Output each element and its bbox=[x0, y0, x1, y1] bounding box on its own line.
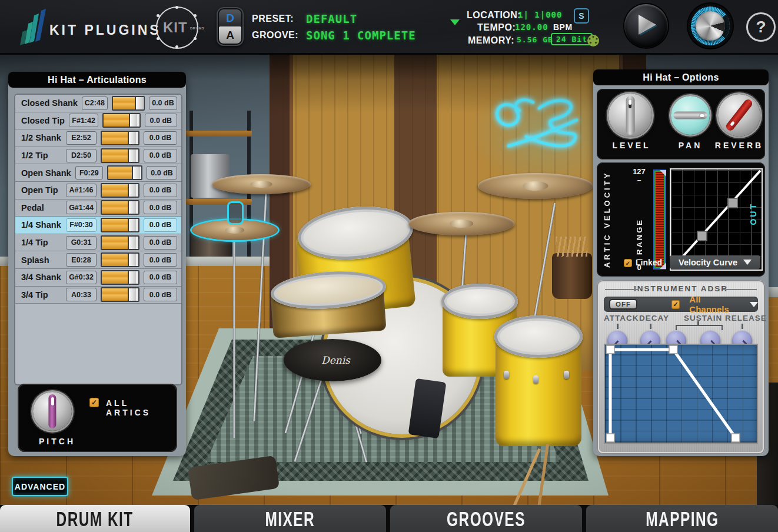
slider-handle[interactable] bbox=[128, 288, 136, 301]
pitch-knob[interactable] bbox=[33, 392, 72, 431]
articulation-note-box[interactable]: A#1:46 bbox=[66, 184, 97, 197]
slider-handle[interactable] bbox=[129, 114, 137, 127]
articulation-note-box[interactable]: D2:50 bbox=[66, 149, 97, 162]
pan-knob[interactable] bbox=[671, 96, 710, 135]
articulation-row[interactable]: Closed TipF#1:420.0 dB bbox=[15, 112, 181, 130]
slider-handle[interactable] bbox=[128, 254, 136, 266]
linked-checkbox[interactable]: ✓ bbox=[624, 259, 632, 267]
articulation-level-slider[interactable] bbox=[101, 287, 139, 302]
articulation-level-slider[interactable] bbox=[101, 148, 139, 163]
crash-cymbal-right[interactable] bbox=[408, 212, 514, 235]
tempo-value[interactable]: 120.00 bbox=[515, 22, 548, 32]
location-dropdown-arrow[interactable] bbox=[450, 19, 460, 25]
articulation-level-slider[interactable] bbox=[107, 165, 142, 180]
reverb-knob[interactable] bbox=[718, 94, 760, 137]
articulation-row[interactable]: 3/4 ShankG#0:320.0 dB bbox=[15, 269, 181, 287]
articulation-note-box[interactable]: A0:33 bbox=[66, 288, 97, 301]
articulation-level-slider[interactable] bbox=[101, 252, 139, 267]
tab-mixer[interactable]: MIXER bbox=[194, 505, 386, 532]
slider-handle[interactable] bbox=[128, 149, 136, 162]
articulation-level-slider[interactable] bbox=[112, 96, 145, 111]
articulation-row[interactable]: Closed ShankC2:480.0 dB bbox=[15, 95, 181, 112]
articulation-note-box[interactable]: E0:28 bbox=[66, 253, 97, 267]
articulation-row[interactable]: Open ShankF0:290.0 dB bbox=[15, 164, 181, 182]
articulation-row[interactable]: 1/2 TipD2:500.0 dB bbox=[15, 147, 181, 165]
level-knob[interactable] bbox=[609, 94, 652, 137]
tab-grooves[interactable]: GROOVES bbox=[390, 505, 582, 532]
articulation-db-box[interactable]: 0.0 dB bbox=[144, 288, 177, 301]
articulation-level-slider[interactable] bbox=[101, 218, 139, 232]
groove-value[interactable]: SONG 1 COMPLETE bbox=[306, 29, 416, 42]
slider-handle[interactable] bbox=[128, 237, 136, 249]
articulation-note-box[interactable]: G#0:32 bbox=[66, 271, 97, 284]
articulation-row[interactable]: 1/4 ShankF#0:300.0 dB bbox=[15, 217, 181, 234]
mid-tom-head[interactable] bbox=[441, 284, 518, 319]
ride-cymbal[interactable] bbox=[478, 173, 593, 199]
articulation-row[interactable]: 1/2 ShankE2:520.0 dB bbox=[15, 129, 181, 147]
da-toggle-a[interactable]: A bbox=[219, 26, 241, 44]
slider-handle[interactable] bbox=[128, 132, 136, 144]
articulation-db-box[interactable]: 0.0 dB bbox=[145, 114, 177, 127]
slider-handle[interactable] bbox=[128, 201, 136, 214]
articulation-level-slider[interactable] bbox=[101, 183, 139, 198]
articulation-db-box[interactable]: 0.0 dB bbox=[149, 97, 177, 110]
articulation-note-box[interactable]: F0:29 bbox=[75, 166, 103, 179]
articulation-note-box[interactable]: C2:48 bbox=[82, 97, 108, 110]
articulation-row[interactable]: Open TipA#1:460.0 dB bbox=[15, 182, 181, 200]
velocity-range-meter[interactable] bbox=[653, 169, 666, 270]
articulation-db-box[interactable]: 0.0 dB bbox=[147, 166, 177, 179]
articulation-level-slider[interactable] bbox=[102, 113, 140, 128]
range-top-handle[interactable] bbox=[660, 170, 666, 177]
articulation-db-box[interactable]: 0.0 dB bbox=[144, 236, 177, 250]
all-channels-checkbox[interactable]: ✓ bbox=[671, 300, 680, 309]
slider-handle[interactable] bbox=[132, 167, 140, 179]
articulation-level-slider[interactable] bbox=[101, 200, 139, 215]
master-volume-knob[interactable] bbox=[688, 4, 733, 48]
articulation-row[interactable]: PedalG#1:440.0 dB bbox=[15, 200, 181, 217]
tab-mapping[interactable]: MAPPING bbox=[586, 505, 778, 532]
slider-handle[interactable] bbox=[135, 97, 143, 109]
slider-fill bbox=[102, 288, 128, 301]
adsr-envelope-graph[interactable] bbox=[605, 345, 757, 443]
articulation-level-slider[interactable] bbox=[101, 131, 139, 145]
curve-handle-low[interactable] bbox=[697, 231, 707, 241]
articulation-note-box[interactable]: G#1:44 bbox=[66, 201, 97, 214]
all-artics-checkbox[interactable]: ✓ bbox=[89, 398, 99, 407]
articulation-row[interactable]: SplashE0:280.0 dB bbox=[15, 251, 181, 269]
articulation-db-box[interactable]: 0.0 dB bbox=[144, 271, 177, 284]
articulation-row[interactable]: 1/4 TipG0:310.0 dB bbox=[15, 234, 181, 252]
slider-handle[interactable] bbox=[128, 184, 136, 197]
da-toggle[interactable]: D A bbox=[217, 7, 244, 46]
articulation-db-box[interactable]: 0.0 dB bbox=[144, 253, 177, 267]
velocity-curve-dropdown[interactable]: Velocity Curve bbox=[670, 255, 760, 269]
articulation-name: Splash bbox=[21, 255, 62, 265]
articulation-level-slider[interactable] bbox=[101, 270, 139, 285]
slider-fill bbox=[102, 237, 128, 249]
curve-handle-high[interactable] bbox=[727, 198, 738, 208]
slider-handle[interactable] bbox=[128, 219, 136, 231]
articulation-row[interactable]: 3/4 TipA0:330.0 dB bbox=[15, 287, 181, 304]
floor-tom-head[interactable] bbox=[494, 315, 583, 358]
help-button[interactable]: ? bbox=[746, 12, 776, 42]
articulation-db-box[interactable]: 0.0 dB bbox=[144, 184, 177, 197]
chevron-down-icon[interactable] bbox=[750, 302, 758, 307]
advanced-button[interactable]: ADVANCED bbox=[12, 477, 68, 496]
articulation-note-box[interactable]: E2:52 bbox=[66, 131, 97, 145]
articulation-db-box[interactable]: 0.0 dB bbox=[144, 131, 177, 145]
play-button[interactable] bbox=[624, 4, 668, 48]
articulation-level-slider[interactable] bbox=[101, 235, 139, 250]
articulation-db-box[interactable]: 0.0 dB bbox=[144, 149, 177, 162]
slider-handle[interactable] bbox=[128, 271, 136, 284]
sync-badge[interactable]: S bbox=[574, 8, 589, 24]
all-channels-label[interactable]: All Channels bbox=[689, 294, 740, 314]
articulation-note-box[interactable]: F#0:30 bbox=[66, 218, 97, 232]
da-toggle-d[interactable]: D bbox=[219, 9, 241, 26]
articulation-db-box[interactable]: 0.0 dB bbox=[144, 201, 177, 214]
tab-drum-kit[interactable]: DRUM KIT bbox=[0, 505, 190, 532]
articulation-note-box[interactable]: G0:31 bbox=[66, 236, 97, 250]
adsr-off-button[interactable]: OFF bbox=[609, 299, 637, 310]
crash-cymbal-left[interactable] bbox=[212, 174, 311, 194]
articulation-note-box[interactable]: F#1:42 bbox=[69, 114, 99, 127]
preset-value[interactable]: DEFAULT bbox=[306, 12, 357, 25]
articulation-db-box[interactable]: 0.0 dB bbox=[144, 218, 177, 232]
